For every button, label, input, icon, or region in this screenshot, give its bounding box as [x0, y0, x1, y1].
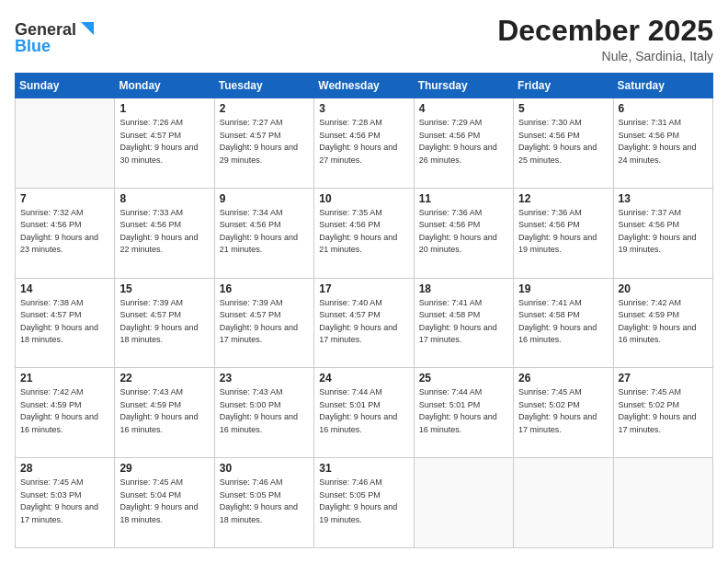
calendar-cell: 11Sunrise: 7:36 AMSunset: 4:56 PMDayligh…	[414, 188, 513, 278]
location: Nule, Sardinia, Italy	[497, 49, 713, 63]
day-number: 21	[20, 372, 109, 385]
calendar-cell: 2Sunrise: 7:27 AMSunset: 4:57 PMDaylight…	[214, 98, 313, 189]
calendar-cell: 3Sunrise: 7:28 AMSunset: 4:56 PMDaylight…	[314, 98, 414, 189]
day-info: Sunrise: 7:42 AMSunset: 4:59 PMDaylight:…	[20, 386, 109, 436]
day-number: 22	[119, 372, 209, 385]
day-number: 7	[20, 192, 109, 205]
day-info: Sunrise: 7:33 AMSunset: 4:56 PMDaylight:…	[119, 207, 209, 257]
calendar-cell: 24Sunrise: 7:44 AMSunset: 5:01 PMDayligh…	[314, 368, 414, 458]
calendar-cell: 21Sunrise: 7:42 AMSunset: 4:59 PMDayligh…	[16, 368, 115, 458]
day-number: 5	[518, 102, 608, 115]
calendar-cell: 23Sunrise: 7:43 AMSunset: 5:00 PMDayligh…	[214, 368, 313, 458]
day-number: 19	[518, 282, 608, 295]
logo-icon: General Blue	[15, 15, 97, 57]
calendar-day-header: Monday	[115, 74, 214, 98]
day-number: 23	[220, 372, 309, 385]
page: General Blue December 2025 Nule, Sardini…	[0, 0, 728, 563]
day-info: Sunrise: 7:36 AMSunset: 4:56 PMDaylight:…	[419, 207, 508, 257]
day-info: Sunrise: 7:41 AMSunset: 4:58 PMDaylight:…	[518, 297, 608, 347]
day-number: 11	[419, 192, 508, 205]
day-number: 2	[220, 102, 309, 115]
month-title: December 2025	[497, 15, 713, 47]
day-number: 13	[619, 192, 708, 205]
calendar-week-row: 28Sunrise: 7:45 AMSunset: 5:03 PMDayligh…	[16, 458, 713, 548]
calendar-cell: 25Sunrise: 7:44 AMSunset: 5:01 PMDayligh…	[414, 368, 513, 458]
svg-text:Blue: Blue	[15, 37, 51, 55]
calendar-cell	[514, 458, 613, 548]
calendar-cell: 9Sunrise: 7:34 AMSunset: 4:56 PMDaylight…	[214, 188, 313, 278]
calendar-week-row: 14Sunrise: 7:38 AMSunset: 4:57 PMDayligh…	[16, 278, 713, 368]
day-info: Sunrise: 7:26 AMSunset: 4:57 PMDaylight:…	[119, 117, 209, 167]
calendar-cell: 10Sunrise: 7:35 AMSunset: 4:56 PMDayligh…	[314, 188, 414, 278]
day-info: Sunrise: 7:34 AMSunset: 4:56 PMDaylight:…	[220, 207, 309, 257]
day-info: Sunrise: 7:42 AMSunset: 4:59 PMDaylight:…	[619, 297, 708, 347]
day-number: 26	[518, 372, 608, 385]
day-info: Sunrise: 7:38 AMSunset: 4:57 PMDaylight:…	[20, 297, 109, 347]
day-number: 10	[319, 192, 408, 205]
calendar-cell: 15Sunrise: 7:39 AMSunset: 4:57 PMDayligh…	[115, 278, 214, 368]
calendar-day-header: Wednesday	[314, 74, 414, 98]
calendar-cell: 16Sunrise: 7:39 AMSunset: 4:57 PMDayligh…	[214, 278, 313, 368]
day-number: 18	[419, 282, 508, 295]
calendar-day-header: Tuesday	[214, 74, 313, 98]
calendar-cell	[16, 98, 115, 189]
day-number: 4	[419, 102, 508, 115]
calendar-cell: 18Sunrise: 7:41 AMSunset: 4:58 PMDayligh…	[414, 278, 513, 368]
day-info: Sunrise: 7:46 AMSunset: 5:05 PMDaylight:…	[319, 477, 408, 526]
calendar-cell: 20Sunrise: 7:42 AMSunset: 4:59 PMDayligh…	[613, 278, 712, 368]
svg-text:General: General	[15, 20, 76, 39]
day-info: Sunrise: 7:45 AMSunset: 5:04 PMDaylight:…	[119, 477, 209, 526]
calendar-week-row: 1Sunrise: 7:26 AMSunset: 4:57 PMDaylight…	[16, 98, 713, 189]
day-number: 15	[119, 282, 209, 295]
day-number: 30	[220, 462, 309, 475]
calendar-cell: 5Sunrise: 7:30 AMSunset: 4:56 PMDaylight…	[514, 98, 613, 189]
calendar-cell: 12Sunrise: 7:36 AMSunset: 4:56 PMDayligh…	[514, 188, 613, 278]
day-info: Sunrise: 7:44 AMSunset: 5:01 PMDaylight:…	[319, 386, 408, 436]
calendar-cell	[613, 458, 712, 548]
day-info: Sunrise: 7:30 AMSunset: 4:56 PMDaylight:…	[518, 117, 608, 167]
day-number: 14	[20, 282, 109, 295]
day-number: 31	[319, 462, 408, 475]
calendar-cell: 27Sunrise: 7:45 AMSunset: 5:02 PMDayligh…	[613, 368, 712, 458]
calendar-cell: 1Sunrise: 7:26 AMSunset: 4:57 PMDaylight…	[115, 98, 214, 189]
calendar-cell: 6Sunrise: 7:31 AMSunset: 4:56 PMDaylight…	[613, 98, 712, 189]
day-info: Sunrise: 7:28 AMSunset: 4:56 PMDaylight:…	[319, 117, 408, 167]
calendar-cell: 13Sunrise: 7:37 AMSunset: 4:56 PMDayligh…	[613, 188, 712, 278]
calendar-day-header: Saturday	[613, 74, 712, 98]
day-number: 1	[119, 102, 209, 115]
calendar-cell: 8Sunrise: 7:33 AMSunset: 4:56 PMDaylight…	[115, 188, 214, 278]
calendar-cell: 4Sunrise: 7:29 AMSunset: 4:56 PMDaylight…	[414, 98, 513, 189]
day-number: 16	[220, 282, 309, 295]
calendar-cell: 17Sunrise: 7:40 AMSunset: 4:57 PMDayligh…	[314, 278, 414, 368]
day-info: Sunrise: 7:43 AMSunset: 5:00 PMDaylight:…	[220, 386, 309, 436]
calendar-table: SundayMondayTuesdayWednesdayThursdayFrid…	[15, 73, 713, 548]
calendar-week-row: 21Sunrise: 7:42 AMSunset: 4:59 PMDayligh…	[16, 368, 713, 458]
day-number: 17	[319, 282, 408, 295]
day-info: Sunrise: 7:35 AMSunset: 4:56 PMDaylight:…	[319, 207, 408, 257]
calendar-cell: 28Sunrise: 7:45 AMSunset: 5:03 PMDayligh…	[16, 458, 115, 548]
day-number: 28	[20, 462, 109, 475]
calendar-cell: 26Sunrise: 7:45 AMSunset: 5:02 PMDayligh…	[514, 368, 613, 458]
day-info: Sunrise: 7:45 AMSunset: 5:03 PMDaylight:…	[20, 477, 109, 526]
day-info: Sunrise: 7:36 AMSunset: 4:56 PMDaylight:…	[518, 207, 608, 257]
calendar-cell: 19Sunrise: 7:41 AMSunset: 4:58 PMDayligh…	[514, 278, 613, 368]
day-info: Sunrise: 7:39 AMSunset: 4:57 PMDaylight:…	[220, 297, 309, 347]
day-info: Sunrise: 7:39 AMSunset: 4:57 PMDaylight:…	[119, 297, 209, 347]
day-number: 24	[319, 372, 408, 385]
day-number: 12	[518, 192, 608, 205]
day-info: Sunrise: 7:46 AMSunset: 5:05 PMDaylight:…	[220, 477, 309, 526]
logo: General Blue	[15, 15, 97, 57]
day-info: Sunrise: 7:44 AMSunset: 5:01 PMDaylight:…	[419, 386, 508, 436]
calendar-cell: 22Sunrise: 7:43 AMSunset: 4:59 PMDayligh…	[115, 368, 214, 458]
day-number: 6	[619, 102, 708, 115]
day-number: 27	[619, 372, 708, 385]
calendar-cell: 30Sunrise: 7:46 AMSunset: 5:05 PMDayligh…	[214, 458, 313, 548]
calendar-header-row: SundayMondayTuesdayWednesdayThursdayFrid…	[16, 74, 713, 98]
day-number: 29	[119, 462, 209, 475]
day-number: 25	[419, 372, 508, 385]
calendar-cell: 7Sunrise: 7:32 AMSunset: 4:56 PMDaylight…	[16, 188, 115, 278]
day-number: 8	[119, 192, 209, 205]
day-info: Sunrise: 7:27 AMSunset: 4:57 PMDaylight:…	[220, 117, 309, 167]
title-section: December 2025 Nule, Sardinia, Italy	[497, 15, 713, 63]
calendar-cell: 31Sunrise: 7:46 AMSunset: 5:05 PMDayligh…	[314, 458, 414, 548]
